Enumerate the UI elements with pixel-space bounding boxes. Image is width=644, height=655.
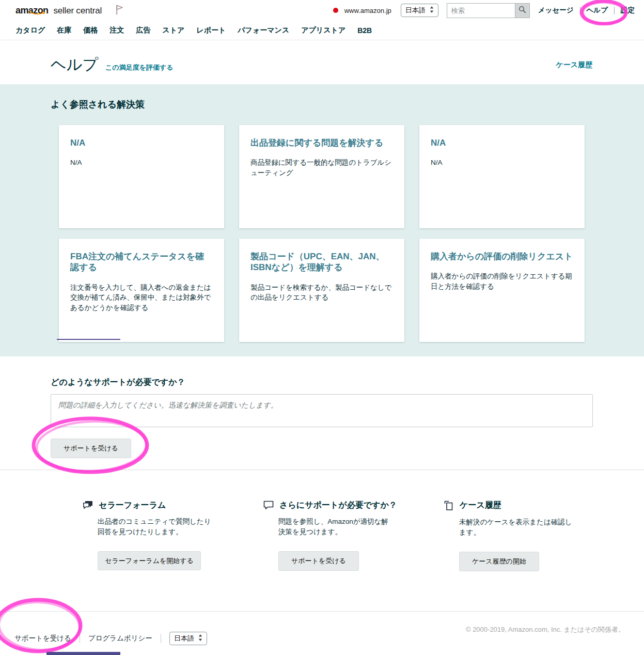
header-divider xyxy=(614,7,615,14)
help-link[interactable]: ヘルプ xyxy=(587,6,608,15)
solution-cards-grid: N/A N/A 出品登録に関する問題を解決する 商品登録に関する一般的な問題のト… xyxy=(59,125,644,342)
nav-item-appstore[interactable]: アプリストア xyxy=(301,26,345,35)
support-description-input[interactable] xyxy=(51,394,593,427)
solution-card[interactable]: 出品登録に関する問題を解決する 商品登録に関する一般的な問題のトラブルシューティ… xyxy=(239,125,404,228)
help-column-more-support: さらにサポートが必要ですか？ 問題を参照し、Amazonが適切な解決策を見つけま… xyxy=(263,500,444,611)
solutions-heading: よく参照される解決策 xyxy=(51,98,644,111)
solution-card-title: FBA注文の補てんステータスを確認する xyxy=(70,251,213,273)
nav-item-b2b[interactable]: B2B xyxy=(357,26,372,35)
nav-item-performance[interactable]: パフォーマンス xyxy=(238,26,289,35)
solution-card-body: N/A xyxy=(431,158,573,168)
footer-language-select-value: 日本語 xyxy=(174,634,194,643)
select-stepper-icon xyxy=(430,6,434,14)
get-support-button[interactable]: サポートを受ける xyxy=(51,439,131,458)
nav-item-catalog[interactable]: カタログ xyxy=(15,26,45,35)
search-button[interactable] xyxy=(515,3,530,18)
start-seller-forums-button[interactable]: セラーフォーラムを開始する xyxy=(98,551,201,571)
footer-divider xyxy=(161,634,161,643)
language-select-value: 日本語 xyxy=(405,6,426,15)
language-select[interactable]: 日本語 xyxy=(401,4,438,17)
get-support-footer-button[interactable]: サポートを受ける xyxy=(278,551,359,571)
support-heading: どのようなサポートが必要ですか？ xyxy=(51,377,644,388)
page: amazon seller central www.amazon.jp 日本語 xyxy=(0,0,644,655)
solution-card-body: 注文番号を入力して、購入者への返金または交換が補てん済み、保留中、または対象外で… xyxy=(70,283,213,313)
nav-item-reports[interactable]: レポート xyxy=(196,26,226,35)
help-column-body: 未解決のケースを表示または確認します。 xyxy=(459,517,575,538)
solution-card[interactable]: 製品コード（UPC、EAN、JAN、ISBNなど）を理解する 製品コードを検索す… xyxy=(239,239,404,342)
header-divider xyxy=(580,7,580,14)
seller-central-logo-text: seller central xyxy=(53,6,102,16)
nav-item-orders[interactable]: 注文 xyxy=(109,26,124,35)
nav-item-stores[interactable]: ストア xyxy=(162,26,184,35)
help-column-body: 問題を参照し、Amazonが適切な解決策を見つけます。 xyxy=(278,517,395,538)
forum-icon xyxy=(83,501,93,512)
chat-bubble-icon xyxy=(263,501,274,512)
marketplace-label: www.amazon.jp xyxy=(344,7,391,14)
solution-card-body: 製品コードを検索するか、製品コードなしでの出品をリクエストする xyxy=(250,283,393,303)
page-title-bar: ヘルプ この満足度を評価する ケース履歴 xyxy=(0,40,644,84)
support-request-section: どのようなサポートが必要ですか？ サポートを受ける xyxy=(0,356,644,470)
solution-card[interactable]: FBA注文の補てんステータスを確認する 注文番号を入力して、購入者への返金または… xyxy=(59,239,224,342)
solution-card-title: N/A xyxy=(431,137,573,148)
footer-get-support-link[interactable]: サポートを受ける xyxy=(14,634,71,643)
solution-card-title: 製品コード（UPC、EAN、JAN、ISBNなど）を理解する xyxy=(250,251,393,273)
copyright-text: © 2000-2019, Amazon.com, Inc. またはその関係者。 xyxy=(466,625,625,634)
solution-card[interactable]: N/A N/A xyxy=(59,125,224,228)
solution-card-title: 出品登録に関する問題を解決する xyxy=(250,137,393,148)
settings-link[interactable]: 設定 xyxy=(621,6,635,15)
main-navigation: カタログ 在庫 価格 注文 広告 ストア レポート パフォーマンス アプリストア… xyxy=(0,21,644,40)
case-history-icon xyxy=(444,501,454,513)
page-title: ヘルプ xyxy=(51,54,98,75)
flag-pennant-icon[interactable] xyxy=(115,4,124,17)
help-column-title: セラーフォーラム xyxy=(99,500,216,510)
solution-card-title: N/A xyxy=(70,137,213,148)
help-column-forums: セラーフォーラム 出品者のコミュニティで質問したり回答を見つけたりします。 セラ… xyxy=(83,500,263,611)
help-column-title: ケース履歴 xyxy=(460,500,577,510)
top-header: amazon seller central www.amazon.jp 日本語 xyxy=(0,0,644,21)
search-icon xyxy=(519,6,526,15)
solution-card-body: N/A xyxy=(70,158,213,168)
search-bar xyxy=(447,3,530,18)
footer-divider xyxy=(80,634,80,643)
footer-language-select[interactable]: 日本語 xyxy=(169,632,207,645)
solution-card[interactable]: 購入者からの評価の削除リクエスト 購入者からの評価の削除をリクエストする期日と方… xyxy=(419,239,585,342)
rate-satisfaction-link[interactable]: この満足度を評価する xyxy=(105,63,174,72)
japan-flag-icon xyxy=(333,8,338,13)
footer-program-policies-link[interactable]: プログラムポリシー xyxy=(88,634,152,643)
solution-card-title: 購入者からの評価の削除リクエスト xyxy=(431,251,573,262)
solutions-section: よく参照される解決策 N/A N/A 出品登録に関する問題を解決する 商品登録に… xyxy=(0,84,644,356)
help-column-title: さらにサポートが必要ですか？ xyxy=(279,500,397,510)
help-column-case-log: ケース履歴 未解決のケースを表示または確認します。 ケース履歴の開始 xyxy=(444,500,625,611)
case-log-link[interactable]: ケース履歴 xyxy=(556,60,592,70)
solution-card-body: 商品登録に関する一般的な問題のトラブルシューティング xyxy=(250,158,393,178)
solution-card[interactable]: N/A N/A xyxy=(419,125,585,228)
messages-link[interactable]: メッセージ xyxy=(538,6,574,15)
nav-item-pricing[interactable]: 価格 xyxy=(83,26,98,35)
nav-item-advertising[interactable]: 広告 xyxy=(136,26,150,35)
nav-item-inventory[interactable]: 在庫 xyxy=(57,26,71,35)
footer-bar: サポートを受ける プログラムポリシー 日本語 © 2000-2019, Amaz… xyxy=(0,611,644,655)
solution-card-body: 購入者からの評価の削除をリクエストする期日と方法を確認する xyxy=(431,271,573,291)
help-links-section: セラーフォーラム 出品者のコミュニティで質問したり回答を見つけたりします。 セラ… xyxy=(0,470,644,611)
select-stepper-icon xyxy=(198,634,202,643)
help-column-body: 出品者のコミュニティで質問したり回答を見つけたりします。 xyxy=(98,517,214,538)
search-input[interactable] xyxy=(447,3,515,18)
start-case-log-button[interactable]: ケース履歴の開始 xyxy=(459,552,539,571)
amazon-seller-central-logo[interactable]: amazon seller central xyxy=(15,5,102,16)
